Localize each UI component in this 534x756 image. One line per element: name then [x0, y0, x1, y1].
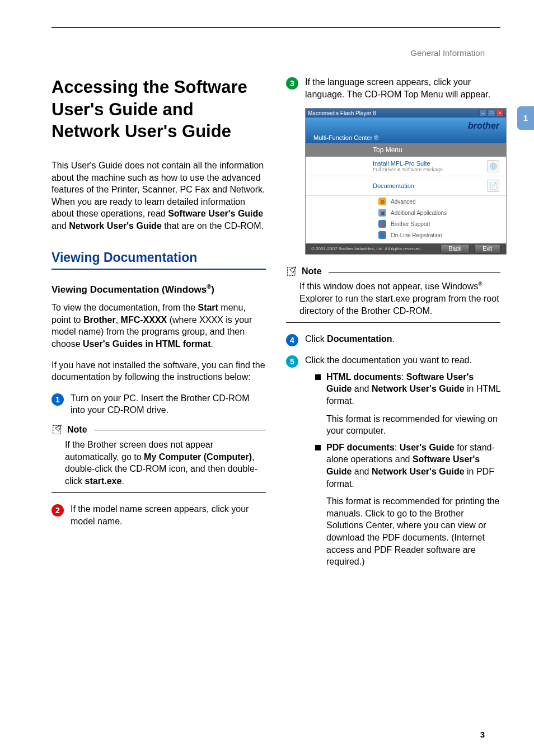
bullet-body: HTML documents: Software User's Guide an…	[326, 371, 500, 437]
bullet-head: HTML documents	[326, 372, 401, 382]
step-text: Click Documentation.	[305, 333, 500, 346]
note-icon	[51, 424, 64, 435]
maximize-icon: □	[488, 110, 495, 116]
text: .	[392, 334, 395, 344]
page-number: 3	[480, 730, 485, 739]
top-menu-label: Top Menu	[306, 143, 506, 157]
bold-guides: User's Guides in HTML format	[83, 339, 210, 349]
text: :	[395, 443, 400, 452]
note-block: Note If the Brother screen does not appe…	[51, 424, 266, 493]
document-icon: 📄	[487, 180, 499, 192]
subrow-label: On-Line Registration	[391, 232, 442, 238]
step-text: If the language screen appears, click yo…	[305, 76, 500, 100]
brother-logo: brother	[468, 121, 499, 131]
document-page: General Information 1 Accessing the Soft…	[0, 0, 534, 756]
bold-model: MFC-XXXX	[121, 315, 167, 325]
bullet-subtext: This format is recommended for viewing o…	[326, 413, 500, 437]
bold-start: Start	[198, 303, 218, 312]
note-block: Note If this window does not appear, use…	[286, 266, 500, 323]
row-main: Install MFL-Pro Suite	[373, 160, 443, 167]
left-column: Accessing the Software User's Guide and …	[51, 76, 266, 576]
subsection-heading: Viewing Documentation (Windows®)	[51, 283, 266, 295]
registration-icon: ✎	[378, 231, 386, 239]
bullet-head: PDF documents	[326, 443, 395, 452]
step-number-icon: 5	[286, 355, 298, 368]
section-heading: Viewing Documentation	[51, 250, 266, 265]
installer-row-documentation: Documentation 📄	[306, 176, 506, 196]
support-icon: ❓	[378, 220, 386, 228]
step-5: 5 Click the documentation you want to re…	[286, 354, 500, 568]
row-text: Install MFL-Pro Suite Full Driver & Soft…	[373, 160, 443, 172]
bold-startexe: start.exe	[85, 476, 122, 486]
intro-text: and	[51, 221, 69, 231]
page-title: Accessing the Software User's Guide and …	[51, 76, 266, 143]
paragraph: To view the documentation, from the Star…	[51, 302, 266, 350]
heading-rule	[51, 269, 266, 270]
installer-subrow: ❓Brother Support	[306, 218, 506, 229]
note-body: If the Brother screen does not appear au…	[51, 435, 266, 493]
copyright-text: © 2001-2007 Brother Industries, Ltd. All…	[311, 246, 422, 251]
note-header: Note	[286, 266, 500, 277]
bullet-subtext: This format is recommended for printing …	[326, 495, 500, 568]
bold-brother: Brother	[83, 315, 116, 325]
text: Click the documentation you want to read…	[305, 355, 472, 365]
installer-row-install: Install MFL-Pro Suite Full Driver & Soft…	[306, 157, 506, 176]
text: To view the documentation, from the	[51, 303, 198, 312]
bold-documentation: Documentation	[327, 334, 392, 344]
minimize-icon: –	[479, 110, 487, 116]
text: ,	[116, 315, 121, 325]
note-header: Note	[51, 424, 266, 435]
chapter-tab: 1	[517, 106, 534, 130]
bold: Network User's Guide	[372, 467, 465, 476]
note-label: Note	[302, 266, 322, 276]
installer-body: Top Menu Install MFL-Pro Suite Full Driv…	[306, 143, 506, 243]
apps-icon: ▣	[378, 209, 386, 217]
step-number-icon: 3	[286, 77, 298, 90]
row-sub: Full Driver & Software Package	[373, 167, 443, 172]
installer-screenshot: Macromedia Flash Player 8 – □ × brother …	[305, 108, 507, 255]
text: If this window does not appear, use Wind…	[299, 282, 478, 292]
step-3: 3 If the language screen appears, click …	[286, 76, 500, 100]
content-columns: Accessing the Software User's Guide and …	[51, 76, 500, 576]
subrow-label: Brother Support	[391, 221, 430, 227]
text: Click	[305, 334, 327, 344]
text: :	[401, 372, 406, 382]
subrow-label: Advanced	[391, 199, 415, 205]
close-icon: ×	[496, 110, 504, 116]
top-rule	[51, 27, 500, 28]
text: .	[121, 476, 124, 486]
bold-mycomputer: My Computer (Computer)	[144, 452, 252, 462]
intro-paragraph: This User's Guide does not contain all t…	[51, 159, 266, 232]
bullet-html-documents: HTML documents: Software User's Guide an…	[315, 371, 500, 437]
h3-text: Viewing Documentation (Windows	[51, 284, 207, 294]
step-text: Turn on your PC. Insert the Brother CD-R…	[71, 392, 266, 416]
bold: User's Guide	[400, 443, 455, 452]
step-number-icon: 2	[51, 504, 64, 516]
back-button: Back	[441, 244, 470, 253]
note-icon	[286, 266, 298, 277]
header-section: General Information	[410, 48, 485, 58]
installer-subrow: ▣Additional Applications	[306, 207, 506, 218]
window-titlebar: Macromedia Flash Player 8 – □ ×	[306, 109, 506, 118]
text: and	[352, 384, 372, 393]
note-rule	[329, 272, 500, 273]
h3-text: )	[211, 284, 214, 294]
step-text: If the model name screen appears, click …	[71, 503, 266, 527]
disc-icon: 💿	[487, 160, 499, 172]
paragraph: If you have not installed the software, …	[51, 359, 266, 383]
bullet-body: PDF documents: User's Guide for stand-al…	[326, 442, 500, 568]
window-title: Macromedia Flash Player 8	[308, 110, 376, 116]
gear-icon: ⚙	[378, 198, 386, 205]
installer-footer: © 2001-2007 Brother Industries, Ltd. All…	[306, 243, 506, 254]
text: .	[210, 339, 213, 349]
subrow-label: Additional Applications	[391, 210, 447, 216]
note-label: Note	[67, 425, 87, 435]
intro-text: that are on the CD-ROM.	[162, 221, 264, 231]
note-body: If this window does not appear, use Wind…	[286, 277, 500, 323]
bold: Network User's Guide	[372, 384, 465, 393]
note-rule	[94, 430, 266, 430]
square-bullet-icon	[315, 445, 321, 450]
row-main: Documentation	[373, 182, 414, 189]
installer-banner: brother Multi-Function Center ®	[306, 118, 506, 143]
footer-buttons: Back Exit	[437, 246, 500, 252]
